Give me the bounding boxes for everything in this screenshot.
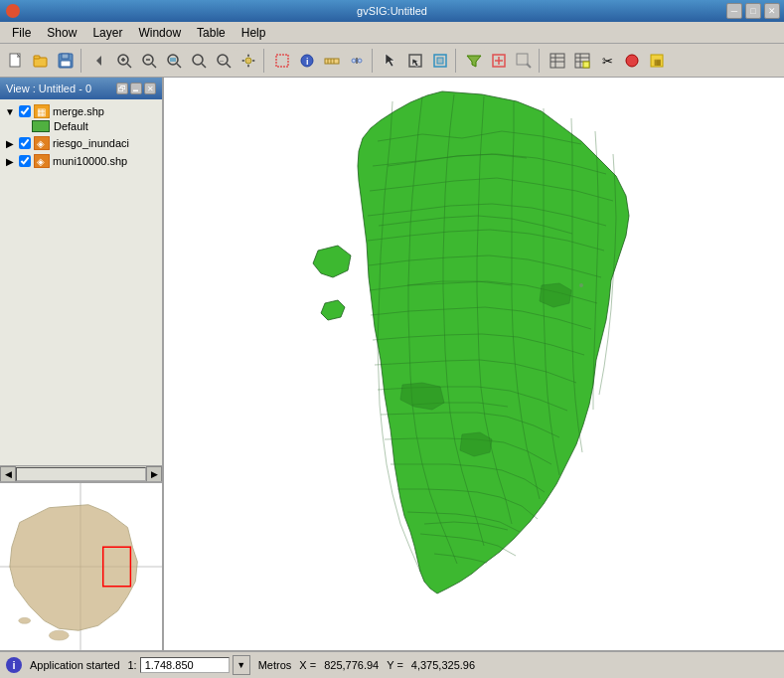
menu-show[interactable]: Show xyxy=(39,24,84,42)
svg-rect-4 xyxy=(62,54,69,59)
close-traffic-light[interactable] xyxy=(6,4,20,18)
svg-line-18 xyxy=(202,64,206,68)
select1-button[interactable] xyxy=(403,49,427,73)
svg-text:◈: ◈ xyxy=(37,156,45,167)
svg-text:▦: ▦ xyxy=(654,58,662,67)
scale-input[interactable] xyxy=(140,657,230,673)
scale-dropdown[interactable]: ▼ xyxy=(233,655,250,675)
unit-label: Metros xyxy=(258,659,292,671)
svg-rect-26 xyxy=(245,58,251,64)
svg-point-56 xyxy=(626,55,638,67)
link-button[interactable] xyxy=(345,49,369,73)
layer-expand-muni[interactable]: ▶ xyxy=(4,155,16,167)
minimize-button[interactable]: ─ xyxy=(726,3,742,19)
info-status-icon: i xyxy=(6,657,22,673)
zoom-in-button[interactable] xyxy=(112,49,136,73)
view-title: View : Untitled - 0 xyxy=(6,83,91,94)
red-layer-button[interactable] xyxy=(620,49,644,73)
x-value: 825,776.94 xyxy=(324,659,379,671)
svg-text:✂: ✂ xyxy=(602,54,613,69)
layer-group-riesgo: ▶ ◈ riesgo_inundaci xyxy=(4,135,158,151)
layer-group-muni: ▶ ◈ muni10000.shp xyxy=(4,153,158,169)
layer-checkbox-muni[interactable] xyxy=(19,155,31,167)
open-button[interactable] xyxy=(29,49,53,73)
menu-file[interactable]: File xyxy=(4,24,39,42)
filter-button[interactable] xyxy=(462,49,486,73)
layer-checkbox-merge[interactable] xyxy=(19,105,31,117)
zoom-prev-button[interactable]: – xyxy=(212,49,235,73)
new-layer-button[interactable] xyxy=(487,49,511,73)
svg-point-34 xyxy=(352,59,356,63)
status-bar: i Application started 1: ▼ Metros X = 82… xyxy=(0,650,784,678)
svg-point-69 xyxy=(49,630,69,640)
view-minimize-button[interactable]: 🗕 xyxy=(130,83,142,94)
layer-icon-riesgo: ◈ xyxy=(34,136,50,150)
svg-line-15 xyxy=(177,64,181,68)
mini-map[interactable] xyxy=(0,481,162,650)
sep1 xyxy=(80,49,84,73)
maximize-button[interactable]: □ xyxy=(745,3,761,19)
view-restore-button[interactable]: 🗗 xyxy=(116,83,128,94)
layer-icon-muni: ◈ xyxy=(34,154,50,168)
svg-text:◈: ◈ xyxy=(37,138,45,149)
map-area[interactable] xyxy=(164,78,784,650)
svg-line-8 xyxy=(127,64,131,68)
svg-point-70 xyxy=(19,617,31,623)
layer-checkbox-riesgo[interactable] xyxy=(19,137,31,149)
pointer-button[interactable] xyxy=(379,49,402,73)
svg-point-72 xyxy=(579,283,583,287)
layer-zoom-button[interactable] xyxy=(512,49,536,73)
measure-button[interactable] xyxy=(320,49,344,73)
scroll-track[interactable] xyxy=(16,467,146,481)
main-area: View : Untitled - 0 🗗 🗕 ✕ ▼ ▦ merge.shp xyxy=(0,78,784,650)
menu-table[interactable]: Table xyxy=(189,24,234,42)
view-close-button[interactable]: ✕ xyxy=(144,83,156,94)
layer-expand-riesgo[interactable]: ▶ xyxy=(4,137,16,149)
status-message: Application started xyxy=(30,659,120,671)
layers-panel: ▼ ▦ merge.shp Default ▶ xyxy=(0,99,162,465)
scroll-left-arrow[interactable]: ◀ xyxy=(0,466,16,482)
pan-button[interactable] xyxy=(236,49,260,73)
app-title: gvSIG:Untitled xyxy=(357,3,427,19)
svg-text:i: i xyxy=(306,57,309,67)
svg-line-20 xyxy=(227,64,231,68)
layer-icon-merge: ▦ xyxy=(34,104,50,118)
table-button[interactable] xyxy=(546,49,569,73)
toolbar: – i ✂ ▦ xyxy=(0,44,784,78)
menu-bar: File Show Layer Window Table Help xyxy=(0,22,784,44)
back-button[interactable] xyxy=(87,49,111,73)
y-value: 4,375,325.96 xyxy=(411,659,475,671)
legend-label-default: Default xyxy=(54,120,88,132)
menu-window[interactable]: Window xyxy=(130,24,189,42)
save-button[interactable] xyxy=(54,49,78,73)
legend-color-default xyxy=(32,120,50,132)
layer-row-muni: ▶ ◈ muni10000.shp xyxy=(4,153,158,169)
new-button[interactable] xyxy=(4,49,28,73)
close-button[interactable]: ✕ xyxy=(764,3,780,19)
svg-rect-27 xyxy=(276,55,288,67)
svg-rect-2 xyxy=(34,56,40,59)
yellow-layer-button[interactable]: ▦ xyxy=(645,49,669,73)
zoom-out-button[interactable] xyxy=(137,49,161,73)
select-rect-button[interactable] xyxy=(270,49,294,73)
menu-help[interactable]: Help xyxy=(234,24,274,42)
query-button[interactable] xyxy=(570,49,594,73)
layer-label-merge: merge.shp xyxy=(53,105,104,117)
svg-point-35 xyxy=(358,59,362,63)
svg-rect-5 xyxy=(61,61,71,67)
svg-marker-38 xyxy=(412,59,419,67)
select2-button[interactable] xyxy=(428,49,452,73)
svg-rect-44 xyxy=(517,54,528,65)
zoom-full-button[interactable] xyxy=(162,49,186,73)
layer-expand-merge[interactable]: ▼ xyxy=(4,105,16,117)
scroll-right-arrow[interactable]: ▶ xyxy=(146,466,162,482)
menu-layer[interactable]: Layer xyxy=(84,24,130,42)
sep4 xyxy=(455,49,459,73)
info-button[interactable]: i xyxy=(295,49,319,73)
scale-label: 1: xyxy=(128,659,137,671)
x-label: X = xyxy=(299,659,316,671)
svg-marker-6 xyxy=(96,56,101,66)
cut-button[interactable]: ✂ xyxy=(595,49,619,73)
sep2 xyxy=(263,49,267,73)
zoom-sel-button[interactable] xyxy=(187,49,211,73)
